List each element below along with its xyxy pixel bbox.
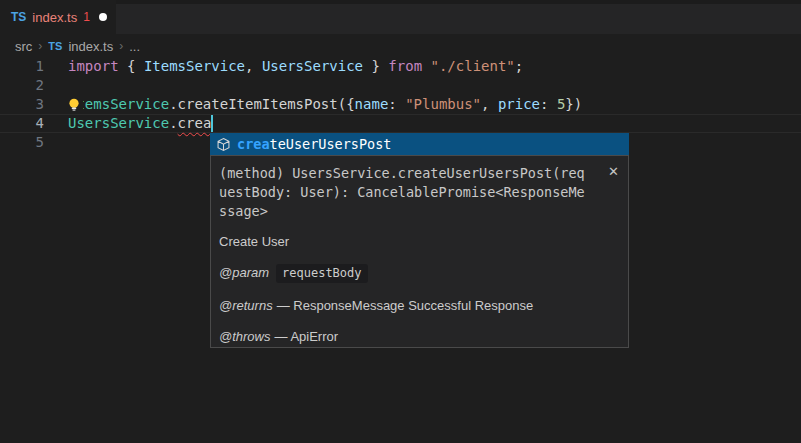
suggestion-label: createUserUsersPost [237,136,391,152]
lightbulb-icon[interactable] [66,97,83,114]
doc-tag-row: @paramrequestBody [219,264,620,283]
code-line[interactable]: 4UsersService.crea [0,114,801,133]
method-cube-icon [216,137,231,152]
doc-summary: Create User [219,234,620,249]
doc-tag-text: — ResponseMessage Successful Response [277,298,534,313]
suggestion-docs-panel: (method) UsersService.createUserUsersPos… [210,155,629,348]
code-line[interactable]: 2 [0,76,801,95]
ts-file-icon: TS [48,40,62,52]
doc-tag-row: @throws— ApiError [219,329,620,345]
tab-label: index.ts [32,10,77,25]
line-number[interactable]: 2 [0,76,44,95]
tab-bar: TS index.ts 1 [0,0,801,34]
suggestion-rest-text: teUserUsersPost [270,136,392,152]
code-text: UsersService.crea [68,114,211,133]
text-cursor [211,115,213,132]
chevron-right-icon: › [119,39,123,53]
breadcrumb: src › TS index.ts › ... [15,36,140,56]
doc-tag-text: — ApiError [275,329,339,344]
close-icon[interactable]: ✕ [608,165,619,178]
line-number[interactable]: 5 [0,133,44,152]
suggestion-match-text: crea [237,136,270,152]
doc-tag-name: @param [219,265,269,280]
line-number[interactable]: 1 [0,57,44,76]
code-line[interactable]: 3ItemsService.createItemItemsPost({name:… [0,95,801,114]
method-signature: (method) UsersService.createUserUsersPos… [219,164,618,221]
ts-file-icon: TS [11,10,26,24]
doc-tag-row: @returns— ResponseMessage Successful Res… [219,298,620,314]
suggestion-item-selected[interactable]: createUserUsersPost [210,133,629,155]
breadcrumb-item-file[interactable]: index.ts [68,39,113,54]
code-line[interactable]: 1import { ItemsService, UsersService } f… [0,57,801,76]
tab-error-count: 1 [83,10,90,24]
code-text: ItemsService.createItemItemsPost({name: … [68,95,582,114]
doc-param-chip: requestBody [276,264,367,283]
chevron-right-icon: › [38,39,42,53]
breadcrumb-item-src[interactable]: src [15,39,32,54]
modified-dot-icon[interactable] [99,13,107,21]
doc-tag-name: @returns [219,298,273,313]
breadcrumb-item-symbol[interactable]: ... [129,39,140,54]
doc-tag-name: @throws [219,329,271,344]
code-text: import { ItemsService, UsersService } fr… [68,57,523,76]
tab-index-ts[interactable]: TS index.ts 1 [0,0,116,34]
vscode-window: TS index.ts 1 src › TS index.ts › ... 1i… [0,0,801,443]
line-number[interactable]: 3 [0,95,44,114]
line-number[interactable]: 4 [0,114,44,133]
